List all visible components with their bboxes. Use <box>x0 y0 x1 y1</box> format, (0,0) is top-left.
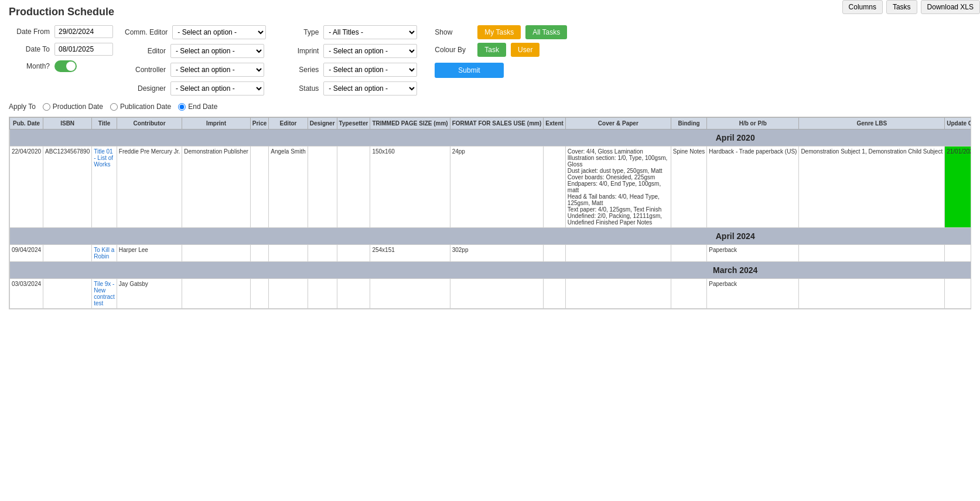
imprint-label: Imprint <box>278 47 319 55</box>
pub-date-cell: 09/04/2024 <box>10 245 43 262</box>
price-cell <box>250 245 268 262</box>
col-trimmed-size: TRIMMED PAGE SIZE (mm) <box>370 118 450 129</box>
submit-button[interactable]: Submit <box>435 63 503 78</box>
tasks-button[interactable]: Tasks <box>886 0 917 14</box>
hb-pb-cell: Paperback <box>707 279 799 309</box>
imprint-cell <box>182 245 251 262</box>
genre-lbs-cell <box>799 245 945 262</box>
colour-by-label: Colour By <box>435 46 473 54</box>
show-label: Show <box>435 28 473 36</box>
hb-pb-cell: Paperback <box>707 245 799 262</box>
colour-user-button[interactable]: User <box>511 43 539 57</box>
editor-cell <box>269 279 308 309</box>
designer-cell <box>308 146 337 228</box>
binding-cell <box>671 245 706 262</box>
title-link[interactable]: Title 01 - List of Works <box>94 148 113 168</box>
apply-to-publication[interactable]: Publication Date <box>110 103 171 111</box>
comm-editor-label: Comm. Editor <box>125 28 168 36</box>
col-genre-lbs: Genre LBS <box>799 118 945 129</box>
col-title: Title <box>92 118 117 129</box>
update-copyright-cell <box>945 245 971 262</box>
col-binding: Binding <box>671 118 706 129</box>
col-pub-date: Pub. Date <box>10 118 43 129</box>
apply-to-end[interactable]: End Date <box>178 103 217 111</box>
format-sales-cell: 24pp <box>450 146 544 228</box>
extent-cell <box>544 146 566 228</box>
apply-to-label: Apply To <box>9 103 36 111</box>
title-link[interactable]: Tile 9x - New contract test <box>94 281 115 306</box>
col-update-copyright: Update Copyright Page (Reprint) <box>945 118 971 129</box>
col-extent: Extent <box>544 118 566 129</box>
date-to-input[interactable] <box>54 43 113 56</box>
contributor-cell: Harper Lee <box>117 245 182 262</box>
binding-cell <box>671 279 706 309</box>
genre-lbs-cell: Demonstration Subject 1, Demonstration C… <box>799 146 945 228</box>
date-from-input[interactable] <box>54 25 113 38</box>
series-label: Series <box>278 66 319 74</box>
cover-paper-cell: Cover: 4/4, Gloss Lamination Illustratio… <box>565 146 671 228</box>
month-header: March 2024 <box>10 262 972 279</box>
month-header: April 2020 <box>10 129 972 146</box>
all-tasks-button[interactable]: All Tasks <box>525 25 567 39</box>
type-select[interactable]: - All Titles - <box>323 25 417 39</box>
designer-cell <box>308 245 337 262</box>
status-select[interactable]: - Select an option - <box>323 81 417 96</box>
title-link[interactable]: To Kill a Robin <box>94 247 114 260</box>
col-isbn: ISBN <box>43 118 92 129</box>
editor-cell <box>269 245 308 262</box>
col-format-sales: FORMAT FOR SALES USE (mm) <box>450 118 544 129</box>
month-toggle[interactable] <box>54 60 77 72</box>
designer-label: Designer <box>125 84 166 93</box>
comm-editor-select[interactable]: - Select an option - <box>172 25 266 39</box>
colour-task-button[interactable]: Task <box>477 43 506 57</box>
isbn-cell <box>43 245 92 262</box>
editor-label: Editor <box>125 47 166 55</box>
contributor-cell: Freddie Pre Mercury Jr. <box>117 146 182 228</box>
genre-lbs-cell <box>799 279 945 309</box>
cover-paper-cell <box>565 279 671 309</box>
table-row: 22/04/2020ABC1234567890Title 01 - List o… <box>10 146 972 228</box>
columns-button[interactable]: Columns <box>842 0 883 14</box>
controller-select[interactable]: - Select an option - <box>170 63 264 77</box>
table-row: 03/03/2024Tile 9x - New contract testJay… <box>10 279 972 309</box>
table-row: 09/04/2024To Kill a RobinHarper Lee254x1… <box>10 245 972 262</box>
editor-cell: Angela Smith <box>269 146 308 228</box>
binding-cell: Spine Notes <box>671 146 706 228</box>
price-cell <box>250 146 268 228</box>
col-imprint: Imprint <box>182 118 251 129</box>
extent-cell <box>544 245 566 262</box>
series-select[interactable]: - Select an option - <box>323 63 417 77</box>
format-sales-cell: 302pp <box>450 245 544 262</box>
controller-label: Controller <box>125 66 166 74</box>
trimmed-size-cell: 150x160 <box>370 146 450 228</box>
status-label: Status <box>278 84 319 93</box>
apply-to-production[interactable]: Production Date <box>43 103 103 111</box>
col-price: Price <box>250 118 268 129</box>
title-cell: Title 01 - List of Works <box>92 146 117 228</box>
imprint-select[interactable]: - Select an option - <box>323 44 417 58</box>
col-hb-pb: H/b or P/b <box>707 118 799 129</box>
update-copyright-cell: 21/01/2024 <box>945 146 971 228</box>
imprint-cell <box>182 279 251 309</box>
editor-select[interactable]: - Select an option - <box>170 44 264 58</box>
designer-select[interactable]: - Select an option - <box>170 81 264 96</box>
month-label: Month? <box>9 62 50 70</box>
pub-date-cell: 22/04/2020 <box>10 146 43 228</box>
type-label: Type <box>278 28 319 36</box>
col-editor: Editor <box>269 118 308 129</box>
col-cover-paper: Cover & Paper <box>565 118 671 129</box>
extent-cell <box>544 279 566 309</box>
col-typesetter: Typesetter <box>337 118 370 129</box>
col-designer: Designer <box>308 118 337 129</box>
pub-date-cell: 03/03/2024 <box>10 279 43 309</box>
trimmed-size-cell <box>370 279 450 309</box>
my-tasks-button[interactable]: My Tasks <box>477 25 521 39</box>
hb-pb-cell: Hardback - Trade paperback (US) <box>707 146 799 228</box>
contributor-cell: Jay Gatsby <box>117 279 182 309</box>
page-title: Production Schedule <box>9 6 971 18</box>
title-cell: To Kill a Robin <box>92 245 117 262</box>
imprint-cell: Demonstration Publisher <box>182 146 251 228</box>
col-contributor: Contributor <box>117 118 182 129</box>
download-xls-button[interactable]: Download XLS <box>921 0 980 14</box>
trimmed-size-cell: 254x151 <box>370 245 450 262</box>
